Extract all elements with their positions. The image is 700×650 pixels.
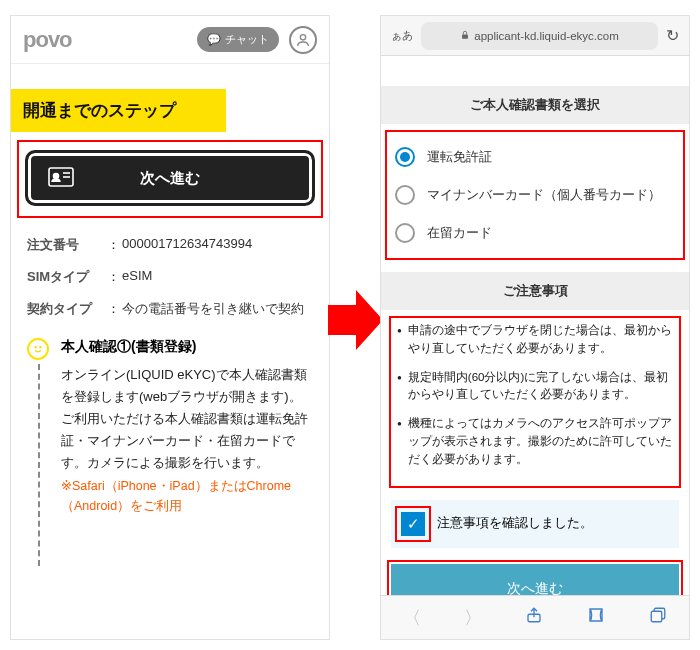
note-item: 申請の途中でブラウザを閉じた場合は、最初からやり直していただく必要があります。: [397, 322, 673, 358]
phone-right: ぁあ applicant-kd.liquid-ekyc.com ↻ ご本人確認書…: [380, 15, 690, 640]
id-card-icon: [48, 167, 74, 190]
radio-label: 在留カード: [427, 225, 492, 242]
avatar-icon[interactable]: [289, 26, 317, 54]
sim-type-label: SIMタイプ: [27, 268, 107, 286]
order-number-label: 注文番号: [27, 236, 107, 254]
forward-icon[interactable]: 〉: [464, 606, 482, 630]
step-banner: 開通までのステップ: [11, 89, 226, 132]
next-button[interactable]: 次へ進む: [25, 150, 315, 206]
svg-rect-7: [462, 34, 468, 38]
smiley-icon: [27, 338, 49, 360]
chat-label: チャット: [225, 32, 269, 47]
step-item: 本人確認①(書類登録) オンライン(LIQUID eKYC)で本人確認書類を登録…: [27, 338, 313, 516]
address-bar: ぁあ applicant-kd.liquid-ekyc.com ↻: [381, 16, 689, 56]
radio-label: 運転免許証: [427, 149, 492, 166]
step-warning: ※Safari（iPhone・iPad）またはChrome（Android）をご…: [61, 476, 313, 516]
app-header: povo 💬 チャット: [11, 16, 329, 64]
notes-list: 申請の途中でブラウザを閉じた場合は、最初からやり直していただく必要があります。 …: [381, 310, 689, 492]
chat-button[interactable]: 💬 チャット: [197, 27, 279, 52]
radio-option-license[interactable]: 運転免許証: [391, 138, 679, 176]
share-icon[interactable]: [525, 605, 543, 630]
url-text: applicant-kd.liquid-ekyc.com: [474, 30, 618, 42]
checkbox-icon: ✓: [401, 512, 425, 536]
svg-point-0: [300, 34, 305, 39]
radio-icon: [395, 223, 415, 243]
chat-icon: 💬: [207, 33, 221, 46]
phone-left: povo 💬 チャット 開通までのステップ 次へ進む 注文番号 ： 000001…: [10, 15, 330, 640]
step-body: オンライン(LIQUID eKYC)で本人確認書類を登録します(webブラウザが…: [61, 364, 313, 474]
next-card: 次へ進む: [25, 150, 315, 206]
svg-point-5: [35, 347, 36, 348]
svg-point-2: [54, 173, 59, 178]
back-icon[interactable]: 〈: [403, 606, 421, 630]
section-header: ご本人確認書類を選択: [381, 86, 689, 124]
dashed-line: [38, 364, 40, 566]
radio-label: マイナンバーカード（個人番号カード）: [427, 187, 661, 204]
order-table: 注文番号 ： 000001712634743994 SIMタイプ ： eSIM …: [27, 236, 313, 318]
step-title: 本人確認①(書類登録): [61, 338, 313, 356]
radio-option-mynumber[interactable]: マイナンバーカード（個人番号カード）: [391, 176, 679, 214]
sim-type-value: eSIM: [122, 268, 313, 286]
contract-type-value: 今の電話番号を引き継いで契約: [122, 300, 313, 318]
radio-icon: [395, 147, 415, 167]
section-header: ご注意事項: [381, 272, 689, 310]
confirm-label: 注意事項を確認しました。: [437, 515, 593, 532]
svg-rect-9: [652, 611, 663, 622]
logo: povo: [23, 27, 72, 53]
svg-point-6: [40, 347, 41, 348]
confirm-row[interactable]: ✓ 注意事項を確認しました。: [391, 500, 679, 548]
browser-bottom-bar: 〈 〉: [381, 595, 689, 639]
proceed-label: 次へ進む: [507, 580, 563, 596]
reload-icon[interactable]: ↻: [666, 26, 679, 45]
order-row: 契約タイプ ： 今の電話番号を引き継いで契約: [27, 300, 313, 318]
text-size-button[interactable]: ぁあ: [391, 28, 413, 43]
url-field[interactable]: applicant-kd.liquid-ekyc.com: [421, 22, 658, 50]
order-number-value: 000001712634743994: [122, 236, 313, 254]
radio-group: 運転免許証 マイナンバーカード（個人番号カード） 在留カード: [381, 124, 689, 266]
bookmarks-icon[interactable]: [586, 606, 606, 629]
arrow-icon: [328, 290, 383, 350]
note-item: 機種によってはカメラへのアクセス許可ポップアップが表示されます。撮影のために許可…: [397, 415, 673, 468]
tabs-icon[interactable]: [649, 606, 667, 629]
lock-icon: [460, 30, 470, 42]
radio-icon: [395, 185, 415, 205]
next-button-label: 次へ進む: [140, 169, 200, 188]
order-row: 注文番号 ： 000001712634743994: [27, 236, 313, 254]
radio-option-residence[interactable]: 在留カード: [391, 214, 679, 252]
contract-type-label: 契約タイプ: [27, 300, 107, 318]
note-item: 規定時間内(60分以内)に完了しない場合は、最初からやり直していただく必要があり…: [397, 369, 673, 405]
order-row: SIMタイプ ： eSIM: [27, 268, 313, 286]
